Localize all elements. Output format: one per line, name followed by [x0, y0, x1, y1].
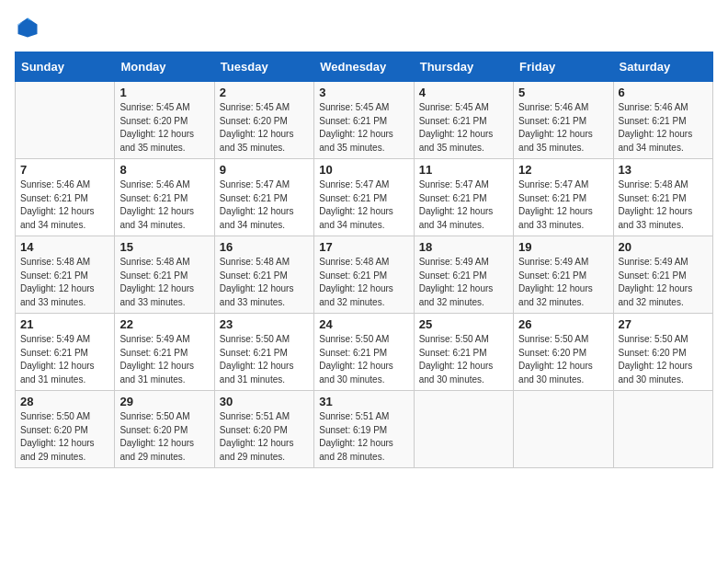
calendar-cell: 18Sunrise: 5:49 AM Sunset: 6:21 PM Dayli… [414, 236, 513, 314]
calendar-cell: 19Sunrise: 5:49 AM Sunset: 6:21 PM Dayli… [514, 236, 613, 314]
calendar-cell: 9Sunrise: 5:47 AM Sunset: 6:21 PM Daylig… [214, 159, 313, 236]
logo-icon [15, 15, 40, 40]
calendar-cell: 17Sunrise: 5:48 AM Sunset: 6:21 PM Dayli… [314, 236, 414, 314]
page-header [15, 15, 713, 40]
day-info: Sunrise: 5:50 AM Sunset: 6:20 PM Dayligh… [20, 410, 109, 464]
calendar-cell [16, 82, 115, 159]
calendar-week-3: 14Sunrise: 5:48 AM Sunset: 6:21 PM Dayli… [16, 236, 713, 314]
calendar-table: Sunday Monday Tuesday Wednesday Thursday… [15, 52, 713, 468]
day-info: Sunrise: 5:49 AM Sunset: 6:21 PM Dayligh… [518, 256, 608, 309]
day-info: Sunrise: 5:45 AM Sunset: 6:20 PM Dayligh… [119, 101, 209, 155]
day-info: Sunrise: 5:49 AM Sunset: 6:21 PM Dayligh… [119, 333, 209, 386]
day-number: 28 [20, 395, 109, 408]
calendar-cell: 21Sunrise: 5:49 AM Sunset: 6:21 PM Dayli… [16, 314, 115, 391]
calendar-cell: 14Sunrise: 5:48 AM Sunset: 6:21 PM Dayli… [16, 236, 115, 314]
day-number: 19 [518, 240, 608, 254]
day-number: 12 [518, 163, 608, 177]
day-info: Sunrise: 5:46 AM Sunset: 6:21 PM Dayligh… [119, 178, 209, 232]
calendar-cell: 2Sunrise: 5:45 AM Sunset: 6:20 PM Daylig… [214, 82, 313, 159]
day-info: Sunrise: 5:47 AM Sunset: 6:21 PM Dayligh… [220, 178, 309, 232]
col-monday: Monday [115, 52, 214, 82]
day-info: Sunrise: 5:48 AM Sunset: 6:21 PM Dayligh… [20, 256, 109, 309]
day-number: 31 [319, 395, 408, 408]
col-saturday: Saturday [613, 52, 712, 82]
calendar-cell: 20Sunrise: 5:49 AM Sunset: 6:21 PM Dayli… [613, 236, 712, 314]
day-number: 23 [220, 317, 309, 331]
day-number: 25 [419, 317, 508, 331]
calendar-cell: 13Sunrise: 5:48 AM Sunset: 6:21 PM Dayli… [613, 159, 712, 236]
day-number: 11 [419, 163, 508, 177]
header-row: Sunday Monday Tuesday Wednesday Thursday… [16, 52, 713, 82]
day-number: 24 [319, 317, 408, 331]
day-number: 13 [619, 163, 708, 177]
day-info: Sunrise: 5:46 AM Sunset: 6:21 PM Dayligh… [518, 101, 608, 155]
col-thursday: Thursday [414, 52, 513, 82]
day-info: Sunrise: 5:45 AM Sunset: 6:20 PM Dayligh… [220, 101, 309, 155]
calendar-cell: 29Sunrise: 5:50 AM Sunset: 6:20 PM Dayli… [115, 391, 214, 468]
day-number: 5 [518, 86, 608, 99]
day-info: Sunrise: 5:50 AM Sunset: 6:20 PM Dayligh… [619, 333, 708, 386]
day-info: Sunrise: 5:48 AM Sunset: 6:21 PM Dayligh… [220, 256, 309, 309]
day-info: Sunrise: 5:49 AM Sunset: 6:21 PM Dayligh… [419, 256, 508, 309]
day-info: Sunrise: 5:51 AM Sunset: 6:19 PM Dayligh… [319, 410, 408, 464]
calendar-body: 1Sunrise: 5:45 AM Sunset: 6:20 PM Daylig… [16, 82, 713, 468]
calendar-cell: 25Sunrise: 5:50 AM Sunset: 6:21 PM Dayli… [414, 314, 513, 391]
day-number: 14 [20, 240, 109, 254]
day-info: Sunrise: 5:50 AM Sunset: 6:20 PM Dayligh… [518, 333, 608, 386]
day-number: 2 [220, 86, 309, 99]
calendar-cell: 8Sunrise: 5:46 AM Sunset: 6:21 PM Daylig… [115, 159, 214, 236]
day-info: Sunrise: 5:48 AM Sunset: 6:21 PM Dayligh… [619, 178, 708, 232]
calendar-cell: 11Sunrise: 5:47 AM Sunset: 6:21 PM Dayli… [414, 159, 513, 236]
day-number: 30 [220, 395, 309, 408]
calendar-cell [414, 391, 513, 468]
calendar-cell: 24Sunrise: 5:50 AM Sunset: 6:21 PM Dayli… [314, 314, 414, 391]
day-number: 20 [619, 240, 708, 254]
calendar-cell: 27Sunrise: 5:50 AM Sunset: 6:20 PM Dayli… [613, 314, 712, 391]
calendar-cell [514, 391, 613, 468]
day-info: Sunrise: 5:47 AM Sunset: 6:21 PM Dayligh… [319, 178, 408, 232]
calendar-cell: 1Sunrise: 5:45 AM Sunset: 6:20 PM Daylig… [115, 82, 214, 159]
day-number: 9 [220, 163, 309, 177]
calendar-cell: 15Sunrise: 5:48 AM Sunset: 6:21 PM Dayli… [115, 236, 214, 314]
day-info: Sunrise: 5:50 AM Sunset: 6:21 PM Dayligh… [419, 333, 508, 386]
day-info: Sunrise: 5:45 AM Sunset: 6:21 PM Dayligh… [319, 101, 408, 155]
calendar-cell [613, 391, 712, 468]
day-number: 8 [119, 163, 209, 177]
calendar-cell: 23Sunrise: 5:50 AM Sunset: 6:21 PM Dayli… [214, 314, 313, 391]
col-tuesday: Tuesday [214, 52, 313, 82]
calendar-cell: 7Sunrise: 5:46 AM Sunset: 6:21 PM Daylig… [16, 159, 115, 236]
calendar-cell: 31Sunrise: 5:51 AM Sunset: 6:19 PM Dayli… [314, 391, 414, 468]
calendar-cell: 28Sunrise: 5:50 AM Sunset: 6:20 PM Dayli… [16, 391, 115, 468]
day-number: 21 [20, 317, 109, 331]
logo [15, 15, 44, 40]
day-number: 27 [619, 317, 708, 331]
calendar-week-2: 7Sunrise: 5:46 AM Sunset: 6:21 PM Daylig… [16, 159, 713, 236]
day-number: 26 [518, 317, 608, 331]
day-number: 16 [220, 240, 309, 254]
calendar-header: Sunday Monday Tuesday Wednesday Thursday… [16, 52, 713, 82]
day-number: 18 [419, 240, 508, 254]
day-number: 6 [619, 86, 708, 99]
col-sunday: Sunday [16, 52, 115, 82]
calendar-cell: 10Sunrise: 5:47 AM Sunset: 6:21 PM Dayli… [314, 159, 414, 236]
calendar-cell: 22Sunrise: 5:49 AM Sunset: 6:21 PM Dayli… [115, 314, 214, 391]
day-info: Sunrise: 5:47 AM Sunset: 6:21 PM Dayligh… [419, 178, 508, 232]
calendar-week-5: 28Sunrise: 5:50 AM Sunset: 6:20 PM Dayli… [16, 391, 713, 468]
calendar-cell: 3Sunrise: 5:45 AM Sunset: 6:21 PM Daylig… [314, 82, 414, 159]
day-number: 22 [119, 317, 209, 331]
calendar-cell: 30Sunrise: 5:51 AM Sunset: 6:20 PM Dayli… [214, 391, 313, 468]
day-number: 7 [20, 163, 109, 177]
day-number: 10 [319, 163, 408, 177]
calendar-week-1: 1Sunrise: 5:45 AM Sunset: 6:20 PM Daylig… [16, 82, 713, 159]
day-info: Sunrise: 5:50 AM Sunset: 6:21 PM Dayligh… [319, 333, 408, 386]
day-info: Sunrise: 5:46 AM Sunset: 6:21 PM Dayligh… [619, 101, 708, 155]
day-info: Sunrise: 5:48 AM Sunset: 6:21 PM Dayligh… [119, 256, 209, 309]
day-info: Sunrise: 5:50 AM Sunset: 6:20 PM Dayligh… [119, 410, 209, 464]
day-info: Sunrise: 5:51 AM Sunset: 6:20 PM Dayligh… [220, 410, 309, 464]
day-info: Sunrise: 5:49 AM Sunset: 6:21 PM Dayligh… [619, 256, 708, 309]
day-info: Sunrise: 5:49 AM Sunset: 6:21 PM Dayligh… [20, 333, 109, 386]
day-number: 4 [419, 86, 508, 99]
calendar-cell: 5Sunrise: 5:46 AM Sunset: 6:21 PM Daylig… [514, 82, 613, 159]
calendar-cell: 4Sunrise: 5:45 AM Sunset: 6:21 PM Daylig… [414, 82, 513, 159]
day-info: Sunrise: 5:45 AM Sunset: 6:21 PM Dayligh… [419, 101, 508, 155]
